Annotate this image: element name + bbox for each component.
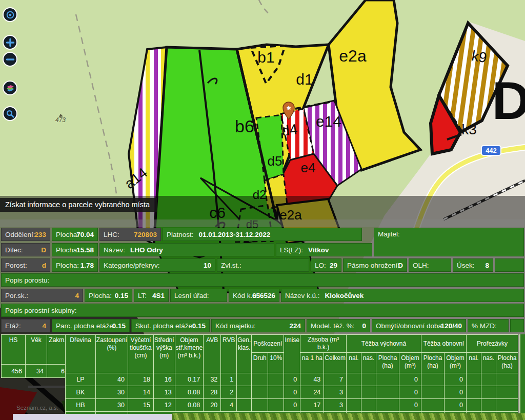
field-label: Kategorie/překryv:	[104, 262, 160, 269]
group-header: Těžba obnovní	[421, 335, 466, 353]
panel-top-strip	[0, 219, 525, 227]
field-label: Parc. plocha etáže:	[56, 322, 115, 330]
species-cell	[346, 386, 361, 399]
field-value: Vítkov	[308, 246, 329, 254]
locate-icon	[6, 10, 15, 19]
col-header: Střední výška (m)	[153, 335, 175, 373]
map-label-e4: e4	[301, 160, 316, 175]
field-pasmo-ohrozeni: Pásmo ohrožení:D	[343, 258, 407, 272]
field-popis-skupiny: Popis porostní skupiny:	[1, 304, 524, 317]
species-cell	[252, 373, 268, 386]
map-label-k9: k9	[470, 48, 488, 66]
species-cell	[268, 399, 284, 412]
sub-header: Plocha (ha)	[421, 353, 444, 373]
species-cell: BK	[66, 386, 96, 399]
field-label: LHC:	[104, 231, 119, 238]
species-cell: 14	[128, 386, 153, 399]
sub-header: nas.	[481, 353, 496, 373]
field-porost: Porost:d	[1, 258, 50, 272]
road-shield-label: 442	[486, 147, 497, 154]
sub-header: Objem (m³)	[444, 353, 466, 373]
layers-icon	[5, 83, 15, 93]
summary-cell: 34	[26, 365, 47, 378]
field-label: Etáž:	[5, 322, 21, 330]
field-label: Por.sk.:	[5, 292, 28, 299]
species-cell	[376, 373, 399, 386]
col-header: AVB	[204, 335, 221, 373]
search-icon	[6, 109, 15, 118]
species-cell: 7	[324, 373, 347, 386]
stand-summary-table: HSVěkZakm.456346	[1, 334, 68, 378]
species-cell	[361, 373, 376, 386]
field-value: 0.15	[115, 292, 128, 299]
field-label: Porost:	[5, 262, 27, 269]
field-kategorie: Kategorie/překryv:10	[99, 258, 215, 272]
group-header: Zásoba (m³ b.k.)	[300, 335, 347, 353]
species-cell: 18	[128, 373, 153, 386]
field-value: 224	[289, 322, 301, 330]
field-ls-lz: LS(LZ):Vítkov	[276, 243, 372, 256]
field-value: D	[41, 246, 46, 254]
species-row: BK3014130.08282024300	[66, 386, 518, 399]
bottom-photo-strip[interactable]	[172, 413, 525, 420]
col-header: Objem stř.kmene (m³ b.k.)	[175, 335, 204, 373]
field-label: Plocha:	[89, 292, 112, 299]
plus-icon	[6, 38, 15, 47]
field-usek: Úsek:8	[453, 258, 493, 272]
species-cell	[421, 386, 444, 399]
layers-button[interactable]	[3, 81, 17, 95]
zoom-in-button[interactable]	[3, 35, 17, 50]
sub-header: 10%	[268, 353, 284, 373]
col-header: Výčetní tloušťka (cm)	[128, 335, 153, 373]
field-nazev-ku: Název k.ú.:Klokočůvek	[281, 289, 524, 302]
field-plocha-oddeleni: Plocha:70.04	[52, 228, 98, 241]
field-lesni-urad: Lesní úřad:	[170, 289, 227, 302]
species-cell: 1	[221, 373, 237, 386]
field-value: Klokočůvek	[325, 292, 364, 299]
summary-cell: 456	[2, 365, 26, 378]
field-value: 656526	[252, 292, 275, 299]
species-cell	[496, 399, 518, 412]
species-row: HB3015120.08204017300	[66, 399, 518, 412]
species-cell: 30	[95, 386, 128, 399]
sub-header: nas.	[361, 353, 376, 373]
species-row: LP4018160.17321043700	[66, 373, 518, 386]
species-cell: 0.08	[175, 386, 204, 399]
summary-header: Věk	[26, 335, 47, 365]
zoom-out-button[interactable]	[3, 52, 17, 67]
search-button[interactable]	[3, 106, 17, 121]
field-zvl-st: Zvl.st.:	[217, 258, 309, 272]
species-cell	[237, 386, 252, 399]
field-plocha-por-sk: Plocha:0.15	[85, 289, 132, 302]
field-value: 0	[362, 322, 366, 330]
field-mzd: % MZD:	[468, 319, 509, 332]
species-cell: 43	[300, 373, 324, 386]
info-tooltip: Získat informace o parcele vybraného mís…	[0, 198, 157, 212]
field-kod-majetku: Kód majetku:224	[211, 319, 305, 332]
sub-header: nal.	[466, 353, 481, 373]
species-cell	[421, 373, 444, 386]
field-value: 1.78	[80, 262, 94, 269]
field-nazev: Název:LHO Odry	[99, 243, 274, 256]
field-label: % MZD:	[472, 322, 497, 330]
species-cell	[237, 399, 252, 412]
species-cell	[252, 386, 268, 399]
species-cell	[496, 373, 518, 386]
field-value: 720803	[134, 231, 157, 238]
field-label: Plocha:	[56, 262, 79, 269]
field-value: d	[42, 262, 46, 269]
map-label-d5: d5	[268, 153, 282, 169]
summary-row: 456346	[2, 365, 68, 378]
field-value: 0.15	[112, 322, 126, 330]
sub-header: Plocha (ha)	[496, 353, 518, 373]
field-value: 15.58	[76, 246, 94, 254]
species-cell: 3	[324, 386, 347, 399]
field-kod-ku: Kód k.ú.:656526	[229, 289, 279, 302]
forestry-gis-app: 442 Seznam.cz, a.s. 202 b1d1e2ab6d4e14d5…	[0, 0, 525, 420]
locate-button[interactable]	[3, 7, 17, 22]
field-value: 4	[75, 292, 79, 299]
species-cell	[237, 373, 252, 386]
species-cell	[481, 399, 496, 412]
field-lhc: LHC:720803	[99, 228, 161, 241]
field-label: Úsek:	[457, 262, 475, 269]
